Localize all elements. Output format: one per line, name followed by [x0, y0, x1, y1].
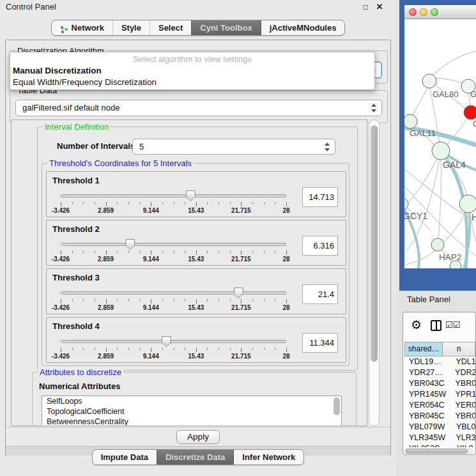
- table-row[interactable]: YDR27…YDR2: [404, 367, 475, 378]
- apply-button[interactable]: Apply: [176, 430, 220, 444]
- table-rows: YDL19…YDL1YDR27…YDR2YBR043CYBR0YPR145WYP…: [404, 357, 475, 447]
- tab-network[interactable]: Network: [52, 20, 112, 35]
- slider-track[interactable]: [61, 243, 286, 246]
- network-node[interactable]: [431, 238, 444, 251]
- control-panel: Control Panel □ ✕ Network Style Select: [0, 0, 396, 476]
- column-header-shared-name[interactable]: shared…: [404, 342, 443, 357]
- list-scrollbar[interactable]: [334, 397, 340, 415]
- close-icon[interactable]: ✕: [374, 2, 385, 12]
- table-row[interactable]: YBR045CYBR0: [404, 411, 475, 422]
- tab-select[interactable]: Select: [150, 20, 191, 35]
- scrollbar-thumb[interactable]: [371, 125, 378, 362]
- network-node-label: GAL11: [410, 128, 436, 138]
- number-of-intervals-combobox[interactable]: 5: [132, 139, 335, 155]
- network-node[interactable]: [432, 142, 450, 160]
- slider-ticks: [61, 202, 286, 207]
- table-row[interactable]: YLR345WYLR3: [404, 433, 475, 443]
- window-title: Control Panel: [6, 2, 56, 12]
- threshold-slider[interactable]: [61, 240, 286, 250]
- table-row[interactable]: YIL052CYIL0: [404, 443, 475, 447]
- settings-scrollbar[interactable]: [369, 119, 380, 426]
- popup-item-equal-width-frequency[interactable]: Equal Width/Frequency Discretization: [13, 77, 372, 88]
- table-cell: YLR3: [452, 433, 475, 443]
- table-data-value: galFiltered.sif default node: [22, 100, 366, 116]
- threshold-value-field[interactable]: 14.713: [302, 187, 338, 207]
- slider-ticks: [61, 348, 286, 353]
- tab-label: Cyni Toolbox: [200, 20, 252, 35]
- table-data-group: Table Data galFiltered.sif default node: [10, 90, 388, 123]
- tab-cyni-toolbox[interactable]: Cyni Toolbox: [191, 20, 260, 35]
- slider-track[interactable]: [61, 291, 286, 295]
- slider-thumb[interactable]: [162, 336, 171, 347]
- table-row[interactable]: YDL19…YDL1: [404, 357, 475, 367]
- table-cell: YBR045C: [404, 411, 452, 422]
- table-cell: YPR1: [452, 389, 475, 400]
- table-cell: YBL079W: [404, 422, 452, 433]
- table-horizontal-scrollbar[interactable]: [405, 449, 473, 454]
- slider-track[interactable]: [61, 340, 286, 343]
- table-data-combobox[interactable]: galFiltered.sif default node: [15, 100, 382, 116]
- table-row[interactable]: YBR043CYBR0: [404, 378, 475, 389]
- select-columns-icons[interactable]: ☑☑: [445, 320, 460, 330]
- threshold-slider[interactable]: [61, 337, 286, 347]
- threshold-value-field[interactable]: 21.4: [302, 284, 338, 304]
- table-row[interactable]: YER054CYER0: [404, 400, 475, 411]
- table-cell: YBR043C: [404, 378, 452, 389]
- network-edge[interactable]: [404, 155, 438, 206]
- network-node-label: GCY1: [404, 211, 427, 221]
- network-edge[interactable]: [436, 78, 463, 84]
- table-cell: YDR2: [451, 367, 475, 378]
- slider-track[interactable]: [61, 194, 286, 197]
- mac-zoom-icon[interactable]: [431, 8, 438, 16]
- tab-label: Impute Data: [101, 450, 148, 464]
- slider-ticks: [61, 250, 286, 256]
- table-row[interactable]: YPR145WYPR1: [404, 389, 475, 400]
- float-window-icon[interactable]: □: [360, 2, 371, 12]
- attributes-group-label: Attributes to discretize: [38, 367, 123, 377]
- tab-style[interactable]: Style: [112, 20, 150, 35]
- network-node[interactable]: [459, 195, 476, 213]
- popup-item-manual-discretization[interactable]: Manual Discretization: [13, 65, 372, 77]
- network-edge[interactable]: [406, 249, 436, 265]
- network-edge[interactable]: [407, 157, 440, 250]
- slider-thumb[interactable]: [125, 239, 135, 250]
- table-row[interactable]: YBL079WYBL0: [404, 422, 475, 433]
- table-cell: YER054C: [404, 400, 452, 411]
- slider-thumb[interactable]: [186, 190, 196, 201]
- scrollbar-thumb[interactable]: [405, 449, 468, 454]
- network-node[interactable]: [404, 114, 417, 128]
- attribute-list-item[interactable]: BetweennessCentrality: [42, 417, 341, 426]
- mac-minimize-icon[interactable]: [420, 8, 427, 16]
- network-node[interactable]: [464, 105, 476, 119]
- bottom-tab-strip: Impute Data Discretize Data Infer Networ…: [0, 449, 396, 465]
- network-node[interactable]: [422, 74, 436, 88]
- network-edge[interactable]: [433, 51, 476, 76]
- combo-stepper-icon: [371, 104, 376, 112]
- slider-scale-labels: -3.4262.8599.14415.4321.71528: [61, 353, 286, 360]
- attribute-list-item[interactable]: SelfLoops: [42, 396, 341, 406]
- attribute-list-item[interactable]: TopologicalCoefficient: [42, 406, 341, 417]
- network-edge[interactable]: [438, 157, 441, 240]
- column-header-name[interactable]: n: [443, 342, 475, 357]
- tab-jactivemnodules[interactable]: jActiveMNodules: [261, 20, 345, 35]
- tab-infer-network[interactable]: Infer Network: [233, 450, 303, 464]
- network-window-titlebar[interactable]: [404, 5, 476, 19]
- network-edge[interactable]: [411, 86, 428, 116]
- network-canvas[interactable]: GAL80G.CGAL11GAL4GCY1HHAP2: [404, 19, 476, 268]
- tab-discretize-data[interactable]: Discretize Data: [157, 450, 233, 464]
- table-header-row: shared… n: [404, 342, 475, 357]
- mac-close-icon[interactable]: [409, 8, 417, 16]
- slider-scale-labels: -3.4262.8599.14415.4321.71528: [61, 304, 286, 312]
- threshold-value-field[interactable]: 6.316: [302, 236, 338, 256]
- table-cell: YBR0: [452, 411, 475, 422]
- network-icon: [60, 24, 68, 32]
- threshold-label: Threshold 1: [52, 176, 100, 185]
- network-node-label: H: [472, 212, 476, 222]
- slider-thumb[interactable]: [234, 288, 243, 298]
- threshold-value-field[interactable]: 11.344: [302, 333, 338, 353]
- threshold-slider[interactable]: [61, 191, 286, 201]
- threshold-slider[interactable]: [61, 288, 286, 298]
- tab-impute-data[interactable]: Impute Data: [93, 450, 157, 464]
- split-columns-icon[interactable]: [431, 320, 441, 331]
- gear-icon[interactable]: ⚙: [411, 318, 422, 332]
